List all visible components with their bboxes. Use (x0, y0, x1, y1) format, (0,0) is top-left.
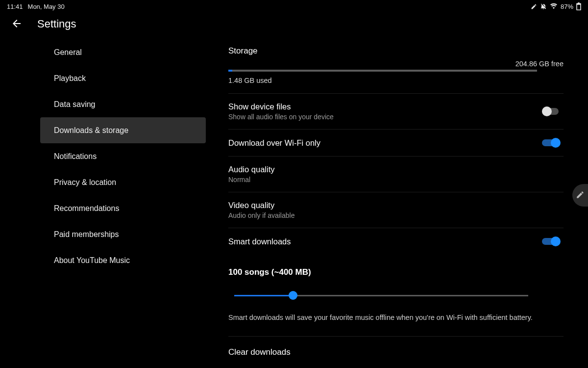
sidebar-item-label: Playback (54, 74, 86, 83)
pencil-icon (576, 190, 585, 201)
settings-content: Storage 204.86 GB free 1.48 GB used Show… (206, 35, 588, 368)
sidebar-item-privacy-location[interactable]: Privacy & location (0, 169, 206, 195)
show-device-files-row[interactable]: Show device files Show all audio files o… (228, 93, 564, 129)
video-quality-title: Video quality (228, 201, 564, 210)
smart-downloads-description: Smart downloads will save your favorite … (228, 314, 564, 336)
sidebar-item-recommendations[interactable]: Recommendations (0, 195, 206, 221)
show-device-files-title: Show device files (228, 102, 542, 111)
video-quality-row[interactable]: Video quality Audio only if available (228, 192, 564, 228)
show-device-files-subtitle: Show all audio files on your device (228, 113, 542, 121)
sidebar-item-playback[interactable]: Playback (0, 65, 206, 91)
back-icon[interactable] (11, 18, 23, 31)
smart-downloads-slider[interactable] (234, 291, 528, 301)
settings-sidebar: General Playback Data saving Downloads &… (0, 35, 206, 368)
sidebar-item-label: Downloads & storage (54, 126, 128, 135)
audio-quality-title: Audio quality (228, 165, 564, 174)
sidebar-item-about[interactable]: About YouTube Music (0, 247, 206, 273)
sidebar-item-label: Data saving (54, 100, 96, 109)
sidebar-item-label: Recommendations (54, 204, 119, 213)
smart-downloads-title: Smart downloads (228, 237, 542, 246)
wifi-icon (550, 3, 558, 10)
video-quality-value: Audio only if available (228, 211, 564, 219)
page-title: Settings (37, 18, 76, 30)
sidebar-item-label: About YouTube Music (54, 256, 130, 265)
download-wifi-toggle[interactable] (542, 138, 561, 148)
sidebar-item-notifications[interactable]: Notifications (0, 143, 206, 169)
sidebar-item-paid-memberships[interactable]: Paid memberships (0, 221, 206, 247)
audio-quality-value: Normal (228, 176, 564, 184)
mute-icon (540, 3, 547, 10)
sidebar-item-downloads-storage[interactable]: Downloads & storage (40, 117, 206, 143)
battery-icon (576, 2, 581, 10)
sidebar-item-label: Privacy & location (54, 178, 116, 187)
clear-downloads-button[interactable]: Clear downloads (228, 336, 564, 368)
sidebar-item-label: Paid memberships (54, 230, 119, 239)
sidebar-item-label: Notifications (54, 152, 97, 161)
smart-downloads-row[interactable]: Smart downloads (228, 228, 564, 255)
sidebar-item-label: General (54, 48, 82, 57)
sidebar-item-data-saving[interactable]: Data saving (0, 91, 206, 117)
status-time: 11:41 (7, 3, 23, 10)
storage-free-label: 204.86 GB free (228, 60, 564, 68)
image-icon (70, 2, 76, 11)
pen-icon (531, 3, 537, 10)
download-wifi-row[interactable]: Download over Wi-Fi only (228, 129, 564, 156)
app-header: Settings (0, 13, 588, 35)
smart-downloads-toggle[interactable] (542, 237, 561, 246)
status-bar: 11:41 Mon, May 30 87% (0, 0, 588, 13)
smart-downloads-value: 100 songs (~400 MB) (228, 267, 564, 277)
status-date: Mon, May 30 (28, 3, 65, 10)
show-device-files-toggle[interactable] (542, 106, 561, 116)
storage-section-title: Storage (228, 35, 564, 56)
download-wifi-title: Download over Wi-Fi only (228, 138, 542, 148)
audio-quality-row[interactable]: Audio quality Normal (228, 156, 564, 192)
sidebar-item-general[interactable]: General (0, 39, 206, 65)
storage-bar-fill (228, 70, 232, 72)
status-battery-pct: 87% (561, 3, 573, 10)
storage-bar (228, 70, 537, 72)
storage-used-label: 1.48 GB used (228, 77, 564, 93)
